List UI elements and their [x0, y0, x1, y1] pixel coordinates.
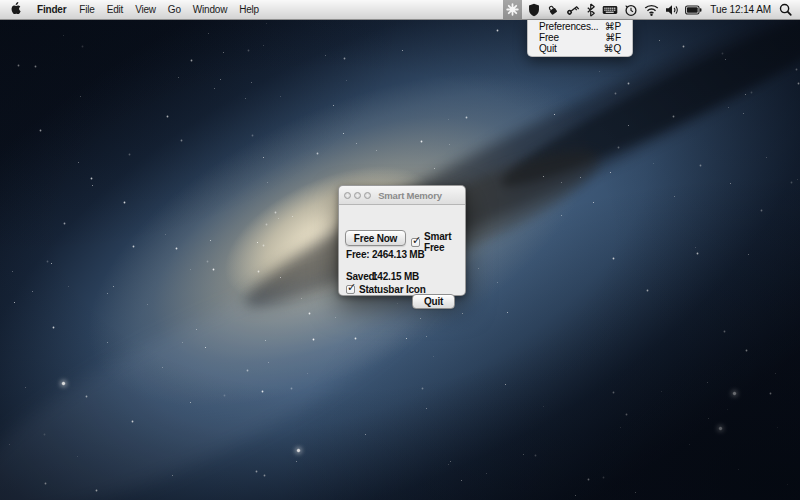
menu-window[interactable]: Window [187, 0, 233, 20]
bright-star [718, 426, 723, 431]
zoom-icon[interactable] [364, 192, 371, 199]
window-titlebar[interactable]: Smart Memory [339, 186, 465, 205]
bluetooth-icon[interactable] [586, 0, 596, 20]
bright-star [296, 448, 301, 453]
window-title: Smart Memory [374, 190, 460, 201]
menu-item-quit[interactable]: Quit ⌘Q [528, 43, 632, 54]
smart-memory-icon[interactable] [503, 0, 522, 20]
checkmark-icon: ✓ [347, 281, 356, 294]
smart-memory-window: Smart Memory Free Now ✓ Smart Free Free:… [338, 185, 466, 296]
galaxy-dust-lane [230, 0, 800, 335]
menu-bar-clock[interactable]: Tue 12:14 AM [708, 4, 773, 15]
menu-finder[interactable]: Finder [30, 0, 73, 20]
wifi-icon[interactable] [644, 0, 659, 20]
menu-item-label: Free [539, 32, 559, 43]
apple-icon [10, 2, 21, 17]
checkmark-icon: ✓ [412, 234, 421, 247]
free-label: Free: [346, 249, 369, 260]
shield-icon[interactable] [528, 0, 540, 20]
bright-star [61, 381, 66, 386]
close-icon[interactable] [344, 192, 351, 199]
apple-menu[interactable] [0, 0, 30, 20]
checkbox-label: Smart Free [424, 231, 465, 253]
volume-icon[interactable] [665, 0, 679, 20]
menu-item-shortcut: ⌘P [605, 21, 621, 32]
spotlight-icon[interactable] [779, 0, 792, 20]
key-icon[interactable] [565, 0, 580, 20]
menu-item-free[interactable]: Free ⌘F [528, 32, 632, 43]
free-now-button[interactable]: Free Now [345, 230, 406, 246]
checkbox-box[interactable]: ✓ [346, 285, 355, 294]
quit-button[interactable]: Quit [412, 294, 455, 309]
status-menu: Preferences... ⌘P Free ⌘F Quit ⌘Q [527, 20, 633, 57]
time-machine-icon[interactable] [624, 0, 638, 20]
free-value: 2464.13 MB [372, 249, 424, 260]
saved-value: 142.15 MB [372, 271, 419, 282]
menu-item-preferences[interactable]: Preferences... ⌘P [528, 21, 632, 32]
menu-item-shortcut: ⌘F [605, 32, 621, 43]
window-content: Free Now ✓ Smart Free Free: 2464.13 MB S… [339, 205, 465, 296]
checkbox-box[interactable]: ✓ [411, 238, 420, 247]
menu-item-shortcut: ⌘Q [604, 43, 621, 54]
menu-item-label: Preferences... [539, 21, 598, 32]
keyboard-icon[interactable] [602, 0, 618, 20]
menu-view[interactable]: View [129, 0, 162, 20]
minimize-icon[interactable] [354, 192, 361, 199]
menu-go[interactable]: Go [162, 0, 187, 20]
menu-help[interactable]: Help [233, 0, 265, 20]
menu-bar: Finder File Edit View Go Window Help Tue… [0, 0, 800, 20]
menu-edit[interactable]: Edit [101, 0, 129, 20]
lock-icon[interactable] [546, 0, 559, 20]
menu-file[interactable]: File [73, 0, 100, 20]
bright-star [732, 391, 737, 396]
menu-item-label: Quit [539, 43, 557, 54]
battery-icon[interactable] [685, 0, 702, 20]
menu-extras: Tue 12:14 AM [503, 0, 800, 20]
